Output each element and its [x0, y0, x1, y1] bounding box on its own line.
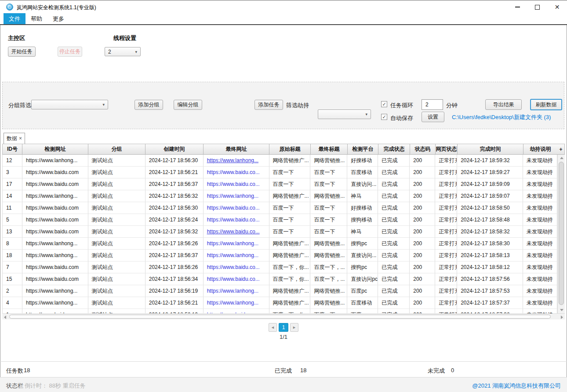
vertical-scrollbar-thumb[interactable]	[559, 162, 564, 305]
final-url-link[interactable]: https://www.lanhong...	[204, 285, 269, 297]
final-url-link[interactable]: https://www.baidu.co...	[204, 273, 269, 285]
final-url-link[interactable]: https://www.baidu.co...	[204, 202, 269, 214]
column-header-13[interactable]: 劫持说明	[523, 144, 558, 155]
column-header-5[interactable]: 最终网址	[204, 144, 269, 155]
table-cell: 测试站点	[88, 285, 145, 297]
final-url-link[interactable]: https://www.baidu.co...	[204, 309, 269, 313]
group-filter-select[interactable]: ▾	[31, 100, 108, 109]
table-cell: 200	[410, 309, 435, 313]
table-cell: 网络营销推...	[310, 155, 347, 167]
table-row[interactable]: 11https://www.baidu.com测试站点2024-12-17 18…	[3, 202, 557, 214]
menu-item-file[interactable]: 文件	[4, 13, 25, 24]
minimize-button[interactable]	[508, 0, 527, 14]
table-cell: 8	[3, 238, 22, 250]
table-row[interactable]: 4https://www.lanhong...测试站点2024-12-17 18…	[3, 297, 557, 309]
table-cell: 测试站点	[88, 309, 145, 313]
refresh-data-button[interactable]: 刷新数据	[530, 99, 562, 110]
table-cell: 正常打开	[435, 250, 457, 261]
final-url-link[interactable]: https://www.lanhong...	[204, 250, 269, 261]
table-cell: 2024-12-17 18:58:50	[457, 202, 523, 214]
table-row[interactable]: 14https://www.lanhong...测试站点2024-12-17 1…	[3, 190, 557, 202]
column-header-10[interactable]: 状态码	[410, 144, 436, 155]
scroll-right-icon[interactable]	[561, 316, 563, 319]
final-url-link[interactable]: https://www.lanhong...	[204, 238, 269, 250]
next-page-button[interactable]: ►	[290, 323, 298, 332]
table-row[interactable]: 7https://www.baidu.com测试站点2024-12-17 18:…	[3, 261, 557, 273]
table-row[interactable]: 1https://www.baidu.com测试站点2024-12-17 18:…	[3, 309, 557, 313]
table-row[interactable]: 15https://www.baidu.com测试站点2024-12-17 18…	[3, 273, 557, 285]
table-cell: 2024-12-17 18:56:24	[145, 214, 204, 226]
save-path-link[interactable]: C:\Users\fedke\Desktop\新建文件夹 (3)	[452, 113, 551, 121]
table-cell: 2024-12-17 18:58:30	[457, 238, 523, 250]
table-cell: 200	[410, 238, 435, 250]
close-button[interactable]: ✕	[547, 0, 567, 14]
add-group-button[interactable]: 添加分组	[134, 100, 163, 110]
tab-data[interactable]: 数据 ×	[4, 133, 25, 144]
prev-page-button[interactable]: ◄	[269, 323, 277, 332]
table-cell: 网络营销推...	[310, 297, 347, 309]
table-cell: 未发现劫持	[523, 167, 557, 178]
start-task-button[interactable]: 开始任务	[8, 47, 36, 57]
column-header-9[interactable]: 完成状态	[378, 144, 410, 155]
table-row[interactable]: 17https://www.baidu.com测试站点2024-12-17 18…	[3, 178, 557, 190]
final-url-link[interactable]: https://www.baidu.co...	[204, 261, 269, 273]
table-cell: 百度一下	[269, 167, 311, 178]
scroll-down-icon[interactable]	[560, 309, 563, 311]
column-header-2[interactable]: 检测网址	[22, 144, 88, 155]
column-header-11[interactable]: 网页状态	[436, 144, 458, 155]
table-cell: 已完成	[378, 250, 410, 261]
autosave-checkbox[interactable]: ✓	[381, 114, 387, 120]
edit-group-button[interactable]: 编辑分组	[174, 100, 202, 110]
table-row[interactable]: 12https://www.lanhong...测试站点2024-12-17 1…	[3, 155, 557, 167]
final-url-link[interactable]: https://www.baidu.co...	[204, 178, 269, 190]
table-cell: 2024-12-17 18:56:21	[145, 167, 204, 178]
table-cell: 200	[410, 155, 435, 167]
final-url-link[interactable]: https://www.baidu.co...	[204, 226, 269, 238]
table-cell: 2024-12-17 18:56:26	[145, 261, 204, 273]
column-header-8[interactable]: 检测平台	[348, 144, 378, 155]
column-header-1[interactable]: ID号	[3, 144, 22, 155]
table-row[interactable]: 18https://www.lanhong...测试站点2024-12-17 1…	[3, 250, 557, 261]
menu-item-more[interactable]: 更多	[47, 13, 69, 24]
add-column-button[interactable]: +	[557, 144, 565, 155]
tab-close-icon[interactable]: ×	[19, 135, 22, 142]
horizontal-scrollbar-thumb[interactable]	[9, 315, 551, 319]
table-cell: 网络营销推广...	[269, 190, 311, 202]
column-header-4[interactable]: 创建时间	[145, 144, 204, 155]
column-header-12[interactable]: 完成时间	[458, 144, 523, 155]
table-cell: https://www.baidu.com	[22, 178, 88, 190]
column-header-6[interactable]: 原始标题	[269, 144, 311, 155]
current-page-button[interactable]: 1	[279, 323, 288, 332]
table-cell: 200	[410, 297, 435, 309]
maximize-button[interactable]	[527, 0, 547, 14]
task-loop-checkbox[interactable]: ✓	[381, 101, 387, 107]
final-url-link[interactable]: https://www.lanhong...	[204, 155, 269, 167]
table-row[interactable]: 2https://www.lanhong...测试站点2024-12-17 18…	[3, 285, 557, 297]
table-cell: 200	[410, 250, 435, 261]
table-cell: https://www.lanhong...	[22, 285, 88, 297]
scroll-left-icon[interactable]	[4, 316, 6, 319]
thread-count-select[interactable]: 2 ▾	[105, 47, 141, 56]
final-url-link[interactable]: https://www.baidu.co...	[204, 214, 269, 226]
stop-task-button[interactable]: 停止任务	[58, 47, 82, 57]
hijack-filter-select[interactable]: ▾	[318, 109, 371, 119]
menu-item-help[interactable]: 帮助	[25, 13, 47, 24]
final-url-link[interactable]: https://www.lanhong...	[204, 190, 269, 202]
table-row[interactable]: 5https://www.baidu.com测试站点2024-12-17 18:…	[3, 214, 557, 226]
settings-button[interactable]: 设置	[422, 112, 444, 122]
horizontal-scrollbar[interactable]	[2, 313, 565, 319]
loop-minutes-input[interactable]	[422, 99, 443, 110]
final-url-link[interactable]: https://www.lanhong...	[204, 297, 269, 309]
scroll-up-icon[interactable]	[560, 157, 563, 159]
table-row[interactable]: 8https://www.lanhong...测试站点2024-12-17 18…	[3, 238, 557, 250]
column-header-7[interactable]: 最终标题	[311, 144, 348, 155]
add-task-button[interactable]: 添加任务	[254, 100, 283, 110]
table-cell: 网络营销推...	[310, 250, 347, 261]
final-url-link[interactable]: https://www.baidu.co...	[204, 167, 269, 178]
table-row[interactable]: 3https://www.baidu.com测试站点2024-12-17 18:…	[3, 167, 557, 178]
column-header-3[interactable]: 分组	[88, 144, 145, 155]
table-cell: 11	[3, 202, 22, 214]
vertical-scrollbar[interactable]	[557, 155, 565, 313]
export-results-button[interactable]: 导出结果	[485, 99, 522, 110]
table-row[interactable]: 13https://www.baidu.com测试站点2024-12-17 18…	[3, 226, 557, 238]
